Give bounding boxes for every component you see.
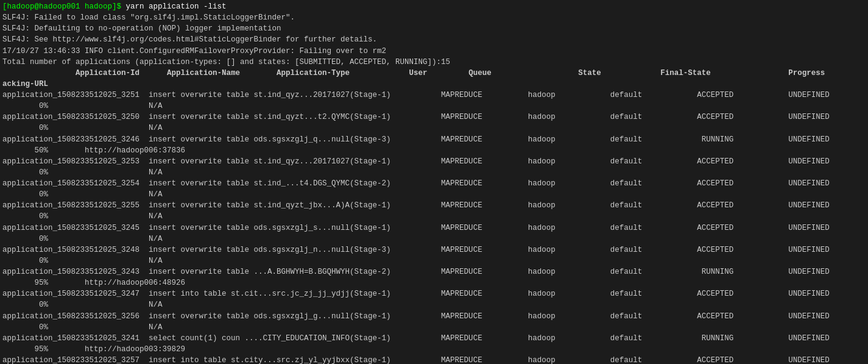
terminal-line-l3: SLF4J: Defaulting to no-operation (NOP) …: [2, 23, 866, 34]
terminal-line-l23: application_1508233512025_3248 insert ov…: [2, 244, 866, 255]
terminal-line-l20: 0% N/A: [2, 211, 866, 222]
terminal-line-l15: application_1508233512025_3253 insert ov…: [2, 156, 866, 167]
terminal-line-l4: SLF4J: See http://www.slf4j.org/codes.ht…: [2, 34, 866, 45]
terminal-line-l27: application_1508233512025_3247 insert in…: [2, 288, 866, 299]
terminal-line-l31: application_1508233512025_3241 select co…: [2, 333, 866, 344]
terminal-line-l29: application_1508233512025_3256 insert ov…: [2, 311, 866, 322]
terminal-line-l13: application_1508233512025_3246 insert ov…: [2, 134, 866, 145]
terminal-line-l12: 0% N/A: [2, 123, 866, 134]
terminal-line-l32: 95% http://hadoop003:39829: [2, 344, 866, 355]
terminal-window: [hadoop@hadoop001 hadoop]$ yarn applicat…: [0, 0, 868, 364]
terminal-line-l30: 0% N/A: [2, 322, 866, 333]
terminal-line-l17: application_1508233512025_3254 insert ov…: [2, 178, 866, 189]
terminal-line-l11: application_1508233512025_3250 insert ov…: [2, 112, 866, 123]
terminal-line-l6: Total number of applications (applicatio…: [2, 57, 866, 68]
terminal-line-l9: application_1508233512025_3251 insert ov…: [2, 90, 866, 101]
terminal-line-l28: 0% N/A: [2, 299, 866, 310]
terminal-line-l7: Application-Id Application-Name Applicat…: [2, 68, 866, 79]
terminal-line-l10: 0% N/A: [2, 101, 866, 112]
terminal-output: [hadoop@hadoop001 hadoop]$ yarn applicat…: [0, 0, 868, 364]
terminal-line-l14: 50% http://hadoop006:37836: [2, 145, 866, 156]
terminal-line-l24: 0% N/A: [2, 255, 866, 266]
terminal-line-l18: 0% N/A: [2, 189, 866, 200]
terminal-line-l8: acking-URL: [2, 79, 866, 90]
terminal-line-l1: [hadoop@hadoop001 hadoop]$ yarn applicat…: [2, 1, 866, 12]
terminal-line-l19: application_1508233512025_3255 insert ov…: [2, 200, 866, 211]
terminal-line-l21: application_1508233512025_3245 insert ov…: [2, 223, 866, 234]
terminal-line-l26: 95% http://hadoop006:48926: [2, 277, 866, 288]
terminal-line-l33: application_1508233512025_3257 insert in…: [2, 355, 866, 364]
terminal-line-l25: application_1508233512025_3243 insert ov…: [2, 266, 866, 277]
terminal-line-l22: 0% N/A: [2, 234, 866, 244]
terminal-line-l5: 17/10/27 13:46:33 INFO client.Configured…: [2, 46, 866, 57]
terminal-line-l16: 0% N/A: [2, 167, 866, 178]
terminal-line-l2: SLF4J: Failed to load class "org.slf4j.i…: [2, 12, 866, 23]
